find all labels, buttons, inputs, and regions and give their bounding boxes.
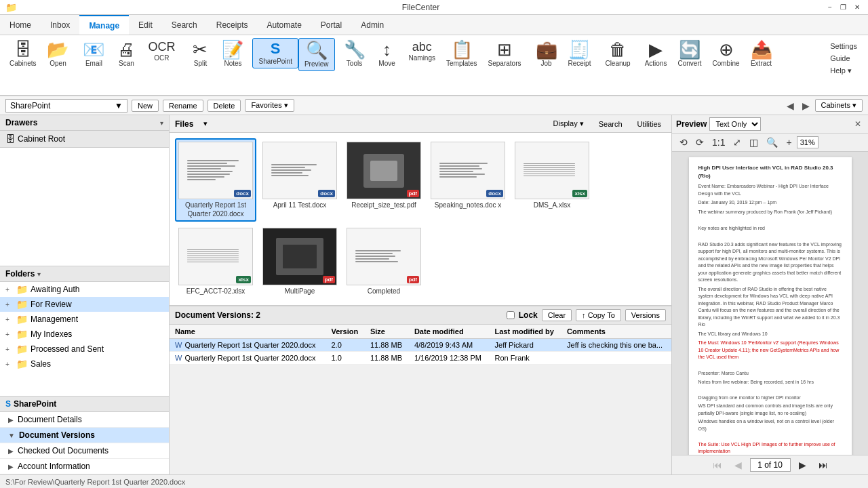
nav-forward-button[interactable]: ▶: [800, 100, 812, 111]
separators-icon: ⊞: [497, 41, 512, 58]
col-name: Name: [170, 325, 326, 339]
preview-button[interactable]: 🔍 Preview: [298, 38, 335, 71]
tab-edit[interactable]: Edit: [129, 15, 162, 35]
cabinet-selector[interactable]: SharePoint ▼: [5, 99, 127, 113]
folder-sales[interactable]: + 📁 Sales: [0, 357, 169, 371]
folder-awaiting-auth[interactable]: + 📁 Awaiting Auth: [0, 282, 169, 297]
close-button[interactable]: ✕: [852, 2, 863, 13]
split-button[interactable]: ✂ Split: [184, 38, 216, 70]
files-dropdown-button[interactable]: ▾: [199, 118, 212, 129]
file-multipage[interactable]: pdf MultiPage: [259, 224, 340, 299]
zoom-out-button[interactable]: 🔍: [763, 136, 781, 149]
open-button[interactable]: 📂 Open: [41, 38, 74, 70]
file-speaking-notes[interactable]: docx Speaking_notes.doc x: [427, 138, 509, 222]
zoom-fit-button[interactable]: 1:1: [709, 136, 728, 149]
fullscreen-button[interactable]: ⤢: [730, 136, 745, 149]
receipt-button[interactable]: 🧾 Receipt: [563, 38, 597, 70]
actions-button[interactable]: ▶ Actions: [639, 38, 673, 70]
folder-icon: 📁: [16, 314, 28, 325]
cabinets-view-button[interactable]: Cabinets ▾: [815, 99, 863, 112]
tab-home[interactable]: Home: [0, 15, 41, 35]
reload-button[interactable]: ⟳: [692, 136, 707, 149]
split-view-button[interactable]: ◫: [746, 136, 762, 149]
sp-account-info[interactable]: ▶ Account Information: [0, 459, 169, 474]
file-receipt-size[interactable]: pdf Receipt_size_test.pdf: [343, 138, 425, 222]
file-completed[interactable]: pdf Completed: [343, 224, 425, 299]
combine-button[interactable]: ⊕ Combine: [707, 38, 745, 70]
col-comments: Comments: [561, 325, 671, 339]
move-button[interactable]: ↕ Move: [371, 38, 403, 70]
display-button[interactable]: Display ▾: [549, 118, 589, 129]
namings-button[interactable]: abc Namings: [403, 38, 441, 64]
sharepoint-panel: S SharePoint ▶ Document Details ▼ Docume…: [0, 396, 169, 474]
email-button[interactable]: 📧 Email: [77, 38, 110, 70]
lock-checkbox[interactable]: [507, 311, 515, 319]
drawers-expand-button[interactable]: ▾: [160, 119, 163, 127]
convert-button[interactable]: 🔄 Convert: [672, 38, 707, 70]
nav-first-button[interactable]: ⏮: [709, 458, 726, 472]
templates-button[interactable]: 📋 Templates: [441, 38, 483, 70]
delete-button[interactable]: Delete: [208, 100, 241, 112]
cleanup-button[interactable]: 🗑 Cleanup: [599, 38, 635, 70]
ocr-button[interactable]: OCR OCR: [142, 38, 180, 64]
favorites-button[interactable]: Favorites ▾: [245, 99, 294, 112]
restore-button[interactable]: ❐: [838, 2, 849, 13]
guide-button[interactable]: Guide: [826, 53, 861, 64]
sharepoint-icon-small: S: [5, 399, 11, 409]
tab-inbox[interactable]: Inbox: [41, 15, 79, 35]
separators-button[interactable]: ⊞ Separators: [483, 38, 527, 70]
folder-processed-sent[interactable]: + 📁 Processed and Sent: [0, 342, 169, 357]
versions-button[interactable]: Versions: [625, 309, 666, 321]
file-quarterly-report[interactable]: docx Quarterly Report 1st Quarter 2020.d…: [175, 138, 256, 222]
tab-portal[interactable]: Portal: [311, 15, 351, 35]
tab-search[interactable]: Search: [162, 15, 207, 35]
file-name-label: MultiPage: [262, 287, 337, 296]
sp-document-versions[interactable]: ▼ Document Versions: [0, 428, 169, 443]
nav-prev-button[interactable]: ◀: [730, 458, 746, 472]
sp-checked-out[interactable]: ▶ Checked Out Documents: [0, 443, 169, 459]
zoom-in-button[interactable]: +: [783, 136, 795, 149]
clear-button[interactable]: Clear: [542, 309, 572, 321]
cabinet-root-item[interactable]: 🗄 Cabinet Root: [0, 131, 169, 148]
folder-for-review[interactable]: + 📁 For Review: [0, 297, 169, 312]
folder-icon: 📁: [16, 329, 28, 340]
tab-admin[interactable]: Admin: [351, 15, 393, 35]
tools-button[interactable]: 🔧 Tools: [338, 38, 371, 70]
ribbon: 🗄 Cabinets 📂 Open 📧 Email 🖨 Scan OCR OCR…: [0, 35, 868, 96]
folders-expand-button[interactable]: ▾: [37, 270, 41, 278]
refresh-button[interactable]: ⟲: [676, 136, 691, 149]
extract-button[interactable]: 📤 Extract: [745, 38, 778, 70]
scan-button[interactable]: 🖨 Scan: [110, 38, 142, 70]
table-row[interactable]: WQuarterly Report 1st Quarter 2020.docx …: [170, 339, 671, 352]
preview-mode-select[interactable]: Text Only Image: [709, 117, 761, 131]
nav-last-button[interactable]: ⏭: [814, 458, 832, 472]
minimize-button[interactable]: −: [825, 2, 835, 13]
tab-receipts[interactable]: Receipts: [207, 15, 258, 35]
tab-automate[interactable]: Automate: [257, 15, 311, 35]
folder-management[interactable]: + 📁 Management: [0, 312, 169, 327]
tab-manage[interactable]: Manage: [79, 15, 129, 35]
rename-button[interactable]: Rename: [163, 100, 203, 112]
preview-close-button[interactable]: ✕: [852, 119, 864, 129]
job-button[interactable]: 💼 Job: [530, 38, 563, 70]
copy-to-button[interactable]: ↑ Copy To: [576, 309, 621, 321]
nav-back-button[interactable]: ◀: [784, 100, 797, 111]
files-grid: docx Quarterly Report 1st Quarter 2020.d…: [170, 133, 671, 305]
nav-next-button[interactable]: ▶: [795, 458, 810, 472]
settings-button[interactable]: Settings: [826, 41, 861, 52]
cabinets-button[interactable]: 🗄 Cabinets: [4, 38, 41, 70]
notes-button[interactable]: 📝 Notes: [216, 38, 249, 70]
file-dms-a[interactable]: xlsx DMS_A.xlsx: [511, 138, 593, 222]
sp-document-details[interactable]: ▶ Document Details: [0, 412, 169, 428]
new-button[interactable]: New: [132, 100, 159, 112]
file-april-test[interactable]: docx April 11 Test.docx: [259, 138, 340, 222]
expand-icon: +: [5, 346, 14, 353]
lock-label[interactable]: Lock: [507, 310, 538, 320]
table-row[interactable]: WQuarterly Report 1st Quarter 2020.docx …: [170, 352, 671, 365]
sharepoint-button[interactable]: S SharePoint: [252, 38, 298, 68]
utilities-button[interactable]: Utilities: [633, 118, 666, 129]
file-efc-acct[interactable]: xlsx EFC_ACCT-02.xlsx: [175, 224, 256, 299]
folder-my-indexes[interactable]: + 📁 My Indexes: [0, 327, 169, 342]
help-button[interactable]: Help ▾: [826, 65, 861, 77]
search-files-button[interactable]: Search: [594, 118, 627, 129]
